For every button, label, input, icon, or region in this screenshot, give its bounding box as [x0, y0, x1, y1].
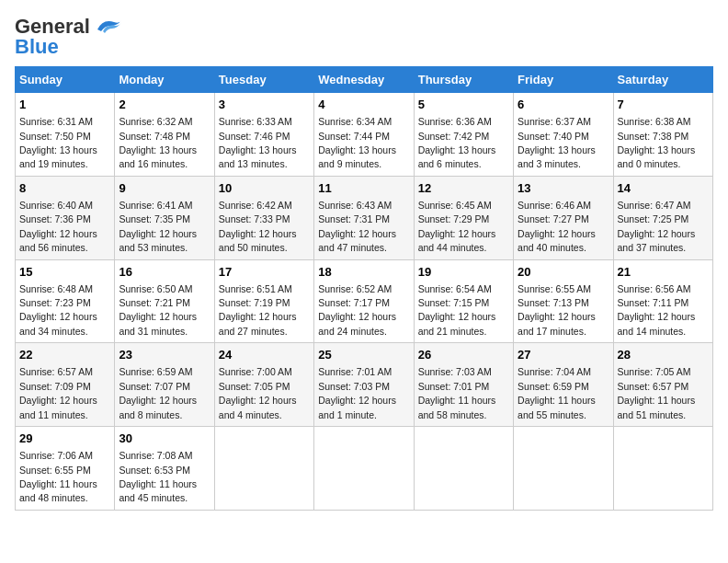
day-number: 2 [119, 97, 210, 113]
day-number: 17 [219, 264, 310, 281]
dow-header-thursday: Thursday [414, 67, 513, 93]
dow-header-monday: Monday [115, 67, 214, 93]
day-number: 3 [219, 97, 310, 113]
day-cell-23: 23Sunrise: 6:59 AM Sunset: 7:07 PM Dayli… [115, 343, 214, 427]
day-number: 18 [318, 264, 409, 281]
day-info: Sunrise: 7:05 AM Sunset: 6:57 PM Dayligh… [618, 366, 696, 419]
empty-cell [613, 427, 712, 511]
day-info: Sunrise: 6:52 AM Sunset: 7:17 PM Dayligh… [318, 283, 396, 337]
day-cell-30: 30Sunrise: 7:08 AM Sunset: 6:53 PM Dayli… [115, 427, 214, 511]
week-row-3: 15Sunrise: 6:48 AM Sunset: 7:23 PM Dayli… [16, 259, 713, 343]
day-number: 21 [618, 264, 709, 281]
calendar-header: SundayMondayTuesdayWednesdayThursdayFrid… [16, 67, 713, 93]
day-info: Sunrise: 6:37 AM Sunset: 7:40 PM Dayligh… [518, 116, 596, 169]
day-number: 25 [318, 347, 409, 363]
day-number: 9 [119, 180, 210, 197]
day-info: Sunrise: 6:47 AM Sunset: 7:25 PM Dayligh… [618, 200, 696, 253]
day-info: Sunrise: 6:41 AM Sunset: 7:35 PM Dayligh… [119, 200, 197, 253]
day-number: 23 [119, 347, 210, 363]
day-cell-26: 26Sunrise: 7:03 AM Sunset: 7:01 PM Dayli… [414, 343, 513, 427]
day-number: 14 [618, 180, 709, 197]
day-number: 26 [418, 347, 509, 363]
day-info: Sunrise: 7:00 AM Sunset: 7:05 PM Dayligh… [219, 366, 297, 419]
day-number: 1 [19, 97, 110, 113]
day-info: Sunrise: 6:54 AM Sunset: 7:15 PM Dayligh… [418, 283, 496, 337]
day-number: 30 [119, 431, 210, 447]
day-info: Sunrise: 6:34 AM Sunset: 7:44 PM Dayligh… [318, 116, 396, 169]
day-cell-5: 5Sunrise: 6:36 AM Sunset: 7:42 PM Daylig… [414, 93, 513, 177]
day-cell-4: 4Sunrise: 6:34 AM Sunset: 7:44 PM Daylig… [314, 93, 414, 177]
day-number: 28 [618, 347, 709, 363]
day-info: Sunrise: 6:43 AM Sunset: 7:31 PM Dayligh… [318, 200, 396, 253]
day-number: 7 [618, 97, 709, 113]
day-info: Sunrise: 6:55 AM Sunset: 7:13 PM Dayligh… [518, 283, 596, 337]
day-cell-21: 21Sunrise: 6:56 AM Sunset: 7:11 PM Dayli… [613, 259, 712, 343]
day-number: 16 [119, 264, 210, 281]
day-cell-29: 29Sunrise: 7:06 AM Sunset: 6:55 PM Dayli… [16, 427, 115, 511]
day-cell-11: 11Sunrise: 6:43 AM Sunset: 7:31 PM Dayli… [314, 176, 414, 259]
day-cell-22: 22Sunrise: 6:57 AM Sunset: 7:09 PM Dayli… [16, 343, 115, 427]
day-info: Sunrise: 6:32 AM Sunset: 7:48 PM Dayligh… [119, 116, 197, 169]
day-cell-14: 14Sunrise: 6:47 AM Sunset: 7:25 PM Dayli… [613, 176, 712, 259]
day-cell-10: 10Sunrise: 6:42 AM Sunset: 7:33 PM Dayli… [214, 176, 313, 259]
day-info: Sunrise: 6:51 AM Sunset: 7:19 PM Dayligh… [219, 283, 297, 337]
day-cell-17: 17Sunrise: 6:51 AM Sunset: 7:19 PM Dayli… [214, 259, 313, 343]
day-cell-7: 7Sunrise: 6:38 AM Sunset: 7:38 PM Daylig… [613, 93, 712, 177]
day-cell-24: 24Sunrise: 7:00 AM Sunset: 7:05 PM Dayli… [214, 343, 313, 427]
week-row-5: 29Sunrise: 7:06 AM Sunset: 6:55 PM Dayli… [16, 427, 713, 511]
empty-cell [214, 427, 313, 511]
empty-cell [514, 427, 613, 511]
day-info: Sunrise: 6:48 AM Sunset: 7:23 PM Dayligh… [19, 283, 97, 337]
day-number: 4 [318, 97, 409, 113]
day-info: Sunrise: 7:08 AM Sunset: 6:53 PM Dayligh… [119, 450, 197, 503]
day-number: 15 [19, 264, 110, 281]
day-info: Sunrise: 7:06 AM Sunset: 6:55 PM Dayligh… [19, 450, 97, 503]
day-cell-18: 18Sunrise: 6:52 AM Sunset: 7:17 PM Dayli… [314, 259, 414, 343]
week-row-1: 1Sunrise: 6:31 AM Sunset: 7:50 PM Daylig… [16, 93, 713, 177]
day-number: 10 [219, 180, 310, 197]
day-number: 6 [518, 97, 609, 113]
day-number: 13 [518, 180, 609, 197]
day-info: Sunrise: 6:42 AM Sunset: 7:33 PM Dayligh… [219, 200, 297, 253]
day-info: Sunrise: 6:31 AM Sunset: 7:50 PM Dayligh… [19, 116, 97, 169]
day-info: Sunrise: 6:50 AM Sunset: 7:21 PM Dayligh… [119, 283, 197, 337]
day-number: 29 [19, 431, 110, 447]
week-row-2: 8Sunrise: 6:40 AM Sunset: 7:36 PM Daylig… [16, 176, 713, 259]
day-info: Sunrise: 6:57 AM Sunset: 7:09 PM Dayligh… [19, 366, 97, 419]
day-cell-9: 9Sunrise: 6:41 AM Sunset: 7:35 PM Daylig… [115, 176, 214, 259]
days-of-week-row: SundayMondayTuesdayWednesdayThursdayFrid… [16, 67, 713, 93]
day-number: 27 [518, 347, 609, 363]
day-number: 11 [318, 180, 409, 197]
day-info: Sunrise: 6:40 AM Sunset: 7:36 PM Dayligh… [19, 200, 97, 253]
day-cell-12: 12Sunrise: 6:45 AM Sunset: 7:29 PM Dayli… [414, 176, 513, 259]
day-number: 19 [418, 264, 509, 281]
day-cell-20: 20Sunrise: 6:55 AM Sunset: 7:13 PM Dayli… [514, 259, 613, 343]
day-info: Sunrise: 6:46 AM Sunset: 7:27 PM Dayligh… [518, 200, 596, 253]
day-cell-19: 19Sunrise: 6:54 AM Sunset: 7:15 PM Dayli… [414, 259, 513, 343]
day-number: 12 [418, 180, 509, 197]
logo-bird-icon [94, 17, 123, 37]
dow-header-wednesday: Wednesday [314, 67, 414, 93]
dow-header-saturday: Saturday [613, 67, 712, 93]
day-info: Sunrise: 6:45 AM Sunset: 7:29 PM Dayligh… [418, 200, 496, 253]
week-row-4: 22Sunrise: 6:57 AM Sunset: 7:09 PM Dayli… [16, 343, 713, 427]
day-cell-27: 27Sunrise: 7:04 AM Sunset: 6:59 PM Dayli… [514, 343, 613, 427]
day-info: Sunrise: 6:38 AM Sunset: 7:38 PM Dayligh… [618, 116, 696, 169]
day-number: 8 [19, 180, 110, 197]
day-info: Sunrise: 7:03 AM Sunset: 7:01 PM Dayligh… [418, 366, 496, 419]
day-cell-25: 25Sunrise: 7:01 AM Sunset: 7:03 PM Dayli… [314, 343, 414, 427]
day-cell-2: 2Sunrise: 6:32 AM Sunset: 7:48 PM Daylig… [115, 93, 214, 177]
dow-header-sunday: Sunday [16, 67, 115, 93]
day-cell-28: 28Sunrise: 7:05 AM Sunset: 6:57 PM Dayli… [613, 343, 712, 427]
day-info: Sunrise: 7:04 AM Sunset: 6:59 PM Dayligh… [518, 366, 596, 419]
day-cell-16: 16Sunrise: 6:50 AM Sunset: 7:21 PM Dayli… [115, 259, 214, 343]
day-info: Sunrise: 6:36 AM Sunset: 7:42 PM Dayligh… [418, 116, 496, 169]
day-number: 5 [418, 97, 509, 113]
calendar-table: SundayMondayTuesdayWednesdayThursdayFrid… [15, 66, 713, 511]
dow-header-friday: Friday [514, 67, 613, 93]
day-info: Sunrise: 6:59 AM Sunset: 7:07 PM Dayligh… [119, 366, 197, 419]
day-info: Sunrise: 7:01 AM Sunset: 7:03 PM Dayligh… [318, 366, 396, 419]
day-number: 20 [518, 264, 609, 281]
page-header: General Blue [15, 15, 713, 59]
dow-header-tuesday: Tuesday [214, 67, 313, 93]
